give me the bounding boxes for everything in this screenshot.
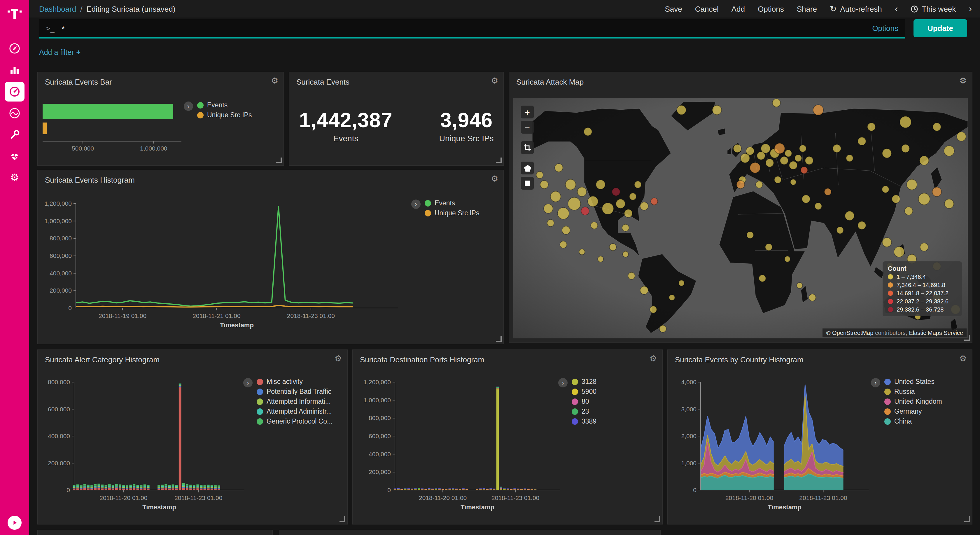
time-picker-button[interactable]: This week: [911, 4, 956, 13]
selected-app-tile: [5, 81, 24, 101]
dest-ports-legend-item[interactable]: 80: [572, 398, 597, 405]
map-zoom-out-button[interactable]: −: [521, 121, 534, 134]
events-histogram-legend-item[interactable]: Unique Src IPs: [425, 209, 479, 217]
events-histogram-chart[interactable]: 0200,000400,000600,000800,0001,000,0001,…: [38, 170, 503, 344]
dest-ports-legend-item[interactable]: 23: [572, 408, 597, 415]
legend-color-dot: [572, 398, 578, 404]
legend-color-dot: [888, 291, 893, 296]
resize-handle[interactable]: [276, 158, 282, 163]
alert-category-legend-item[interactable]: Potentially Bad Traffic: [257, 388, 332, 395]
nav-dashboard-selected[interactable]: [3, 81, 25, 102]
by-country-legend-toggle[interactable]: ›: [871, 378, 880, 387]
wrench-icon: [9, 129, 21, 140]
query-options-link[interactable]: Options: [872, 24, 898, 33]
update-button[interactable]: Update: [913, 19, 967, 37]
metric-value: 1,442,387: [299, 108, 392, 132]
legend-color-dot: [885, 388, 891, 395]
map-zoom-in-button[interactable]: +: [521, 106, 534, 118]
tmobile-logo[interactable]: [5, 5, 24, 22]
svg-text:200,000: 200,000: [48, 460, 70, 467]
legend-color-dot: [888, 299, 893, 304]
add-button[interactable]: Add: [732, 4, 745, 13]
events-bar-legend-item[interactable]: Events: [197, 102, 252, 108]
map-legend-item: 14,691.8 – 22,037.2: [888, 290, 957, 296]
time-back-button[interactable]: ‹: [895, 4, 898, 13]
by-country-legend-item[interactable]: Russia: [885, 388, 942, 395]
breadcrumb-dashboard-link[interactable]: Dashboard: [39, 4, 76, 13]
resize-handle[interactable]: [496, 158, 502, 163]
alert-category-legend-item[interactable]: Attempted Administr...: [257, 408, 332, 415]
legend-label: 14,691.8 – 22,037.2: [897, 290, 948, 296]
events-bar-legend-toggle[interactable]: ›: [184, 102, 193, 111]
legend-label: 1 – 7,346.4: [897, 274, 926, 280]
svg-text:800,000: 800,000: [48, 379, 70, 385]
by-country-legend-item[interactable]: Germany: [885, 408, 942, 415]
resize-handle[interactable]: [964, 335, 970, 341]
options-button[interactable]: Options: [758, 4, 784, 13]
nav-visualize[interactable]: [3, 59, 25, 81]
dest-ports-legend-item[interactable]: 5900: [572, 388, 597, 395]
panel-gear-button[interactable]: ⚙: [959, 76, 967, 84]
svg-text:400,000: 400,000: [49, 270, 72, 277]
save-button[interactable]: Save: [665, 4, 682, 13]
dest-ports-legend-toggle[interactable]: ›: [558, 378, 568, 387]
legend-label: Potentially Bad Traffic: [267, 388, 331, 395]
by-country-legend-item[interactable]: United Kingdom: [885, 398, 942, 405]
nav-timelion[interactable]: [3, 102, 25, 124]
alert-category-legend-item[interactable]: Misc activity: [257, 378, 332, 385]
alert-category-legend-item[interactable]: Generic Protocol Co...: [257, 418, 332, 425]
legend-label: Generic Protocol Co...: [267, 418, 332, 425]
time-forward-button[interactable]: ›: [969, 4, 972, 13]
map-draw-polygon-button[interactable]: [521, 162, 534, 174]
time-range-label: This week: [922, 4, 956, 13]
events-histogram-legend-items: EventsUnique Src IPs: [425, 199, 479, 217]
alert-category-legend-item[interactable]: Attempted Informati...: [257, 398, 332, 405]
map-draw-rectangle-button[interactable]: [521, 177, 534, 189]
nav-dev-tools[interactable]: [3, 124, 25, 145]
dest-ports-chart[interactable]: 0200,000400,000600,000800,0001,000,0001,…: [353, 350, 662, 524]
by-country-legend-item[interactable]: China: [885, 418, 942, 425]
dest-ports-legend-item[interactable]: 3389: [572, 418, 597, 425]
resize-handle[interactable]: [339, 516, 345, 522]
nav-discover[interactable]: [3, 37, 25, 59]
panel-suricata-alert-category-histogram: Suricata Alert Category Histogram ⚙ 0200…: [37, 349, 348, 524]
heartbeat-icon: [9, 150, 21, 162]
dest-ports-legend-item[interactable]: 3128: [572, 378, 597, 385]
query-input[interactable]: [60, 23, 866, 33]
bar-chart-icon: [9, 64, 21, 76]
legend-label: 3389: [582, 418, 597, 425]
share-button[interactable]: Share: [797, 4, 817, 13]
svg-text:0: 0: [67, 487, 70, 493]
attack-map[interactable]: + −: [513, 98, 968, 338]
map-legend-title: Count: [888, 265, 957, 272]
nav-management[interactable]: ⚙: [3, 167, 25, 188]
map-fit-data-button[interactable]: [521, 141, 534, 154]
filter-bar: Add a filter+: [39, 48, 81, 57]
legend-color-dot: [572, 408, 578, 414]
legend-color-dot: [885, 398, 891, 404]
alert-category-legend-toggle[interactable]: ›: [243, 378, 253, 387]
events-histogram-legend-toggle[interactable]: ›: [411, 199, 421, 209]
legend-label: 29,382.6 – 36,728: [897, 306, 943, 313]
by-country-legend-item[interactable]: United States: [885, 378, 942, 385]
query-input-container[interactable]: >_ Options: [39, 19, 905, 38]
svg-text:Timestamp: Timestamp: [461, 503, 495, 511]
auto-refresh-button[interactable]: ↻ Auto-refresh: [830, 4, 882, 13]
events-bar-chart[interactable]: 500,0001,000,000: [38, 72, 283, 165]
alert-category-chart[interactable]: 0200,000400,000600,000800,0002018-11-20 …: [38, 350, 347, 524]
nav-monitoring[interactable]: [3, 145, 25, 167]
map-legend-item: 29,382.6 – 36,728: [888, 306, 957, 313]
cancel-button[interactable]: Cancel: [695, 4, 719, 13]
by-country-chart[interactable]: 01,0002,0003,0004,0002018-11-20 01:00201…: [668, 350, 972, 524]
events-histogram-legend-item[interactable]: Events: [425, 199, 479, 207]
resize-handle[interactable]: [964, 516, 970, 522]
expand-nav-button[interactable]: [8, 516, 22, 530]
events-bar-legend-item[interactable]: Unique Src IPs: [197, 111, 252, 118]
panel-suricata-events-histogram: Suricata Events Histogram ⚙ 0200,000400,…: [37, 170, 504, 344]
resize-handle[interactable]: [496, 336, 502, 342]
svg-text:1,000,000: 1,000,000: [364, 397, 391, 403]
add-filter-link[interactable]: Add a filter+: [39, 48, 81, 57]
resize-handle[interactable]: [654, 516, 660, 522]
panel-gear-button[interactable]: ⚙: [491, 76, 498, 84]
svg-text:400,000: 400,000: [48, 433, 70, 439]
